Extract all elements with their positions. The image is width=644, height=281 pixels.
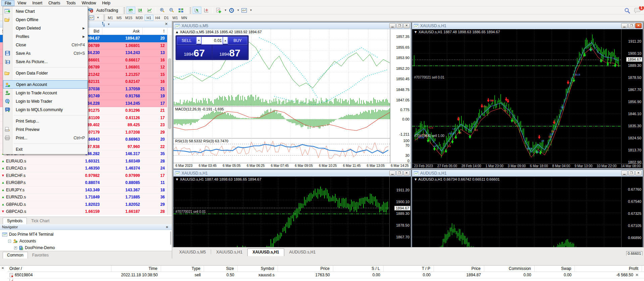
chart-window-xauusd-m5[interactable]: XAUUSD.s,M5 ▁ ❐ ✕ ▲ XAUUSD.s,M5 1894.15 …: [173, 22, 411, 169]
m5-price-scale[interactable]: 1857.351855.651853.901852.201850.451848.…: [390, 29, 411, 163]
zoom-in-icon[interactable]: [158, 7, 166, 14]
template-chart-caret-icon[interactable]: ▼: [250, 9, 252, 12]
restore-icon[interactable]: ❐: [396, 23, 403, 28]
file-menu-item-open-data-folder[interactable]: Open Data Folder: [3, 69, 88, 77]
terminal-col-symbol[interactable]: Symbol: [238, 266, 278, 272]
minimize-icon[interactable]: ▁: [389, 171, 396, 176]
buy-price[interactable]: 189487: [212, 45, 247, 59]
terminal-col-order[interactable]: Order /: [7, 266, 111, 272]
tab-common[interactable]: Common: [3, 252, 28, 259]
chart-window-title-bar[interactable]: XAUUSD.s,H1 ▁ ❐ ✕: [174, 170, 411, 177]
bar-chart-icon[interactable]: [127, 7, 135, 14]
timeframe-mn[interactable]: MN: [180, 15, 189, 21]
chart-tab-0[interactable]: XAUUSD.s,M5: [174, 248, 211, 256]
market-watch-scrollbar[interactable]: [167, 35, 172, 215]
tab-tick-chart[interactable]: Tick Chart: [27, 218, 54, 224]
chart-tab-2[interactable]: XAUUSD.s,H1: [247, 248, 284, 256]
menu-help[interactable]: Help: [99, 0, 113, 6]
menu-insert[interactable]: Insert: [29, 0, 45, 6]
lot-increase-icon[interactable]: ▲: [223, 37, 228, 44]
chart-tab-3[interactable]: AUDUSD.s,H1: [284, 248, 321, 256]
chart-window-title-bar[interactable]: AUDUSD.s,H1 ▁ ❐ ✕: [412, 170, 643, 177]
timeframe-m1[interactable]: M1: [106, 15, 115, 21]
market-watch-row[interactable]: ▲EURCAD.s1.463501.4637424: [0, 165, 167, 172]
chart-canvas-audusd[interactable]: ▼ AUDUSD.s,H1 0.66734 0.66742 0.66511 0.…: [412, 177, 643, 255]
timeframe-w1[interactable]: W1: [171, 15, 180, 21]
timeframe-m15[interactable]: M15: [123, 15, 134, 21]
market-watch-row[interactable]: ▲EURNZD.s1.718491.7188536: [0, 194, 167, 201]
menu-charts[interactable]: Charts: [45, 0, 63, 6]
restore-icon[interactable]: ❐: [396, 171, 403, 176]
search-icon[interactable]: [624, 7, 631, 14]
chart-window-audusd-h1[interactable]: AUDUSD.s,H1 ▁ ❐ ✕ ▼ AUDUSD.s,H1 0.66734 …: [412, 170, 643, 256]
h1-small-price-scale[interactable]: 1894.67 1911.201900.101889.301878.501867…: [389, 177, 411, 255]
tab-symbols[interactable]: Symbols: [3, 218, 27, 225]
terminal-col-type[interactable]: Type: [161, 266, 204, 272]
expander-icon[interactable]: -: [8, 240, 11, 243]
audusd-price-scale[interactable]: 0.66601 0.677600.675400.673250.671050.66…: [621, 177, 643, 255]
chart-window-title-bar[interactable]: XAUUSD.s,H1 ▁ ❐ ✕: [412, 22, 643, 29]
close-icon[interactable]: ✕: [403, 171, 410, 176]
minimize-icon[interactable]: ▁: [621, 23, 628, 28]
mw-col-spread[interactable]: !: [143, 28, 167, 35]
lot-size-input[interactable]: [202, 38, 222, 43]
periods-clock-icon[interactable]: [227, 7, 236, 14]
template-chart-caret-icon[interactable]: ▼: [97, 16, 99, 19]
chart-canvas-m5[interactable]: ▲ XAUUSD.s,M5 1894.15 1895.42 1893.92 18…: [174, 29, 411, 168]
sell-price[interactable]: 189467: [177, 45, 212, 59]
crosshair-icon[interactable]: [202, 7, 211, 14]
h1-time-axis[interactable]: 23 Feb 202327 Feb 05:0028 Feb 14:001 Mar…: [412, 163, 643, 168]
close-icon[interactable]: ✕: [635, 23, 642, 28]
terminal-col-price[interactable]: Price: [434, 266, 484, 272]
chart-canvas-h1-main[interactable]: ▼ XAUUSD.s,H1 1887.48 1898.63 1886.65 18…: [412, 29, 643, 168]
timeframe-h1[interactable]: H1: [145, 15, 153, 21]
tree-item-dooprime-demo[interactable]: +DooPrime-Demo: [0, 244, 172, 251]
m5-time-axis[interactable]: 6 Mar 20236 Mar 03:456 Mar 05:056 Mar 06…: [174, 163, 411, 168]
file-menu-item-new-chart[interactable]: New Chart: [3, 7, 88, 15]
timeframe-d1[interactable]: D1: [162, 15, 171, 21]
order-row-partial[interactable]: [7, 278, 644, 281]
timeframe-h4[interactable]: H4: [153, 15, 162, 21]
chart-tab-1[interactable]: XAUUSD.s,H1: [211, 248, 247, 256]
file-menu-item-login-to-mql5-community[interactable]: 5Login to MQL5.community: [3, 105, 88, 114]
terminal-col-profit[interactable]: Profit: [575, 266, 642, 272]
lot-decrease-icon[interactable]: ▼: [196, 37, 201, 44]
file-menu-item-login-to-trade-account[interactable]: Login to Trade Account: [3, 89, 88, 97]
file-menu-item-save-as-picture[interactable]: Save As Picture...: [3, 57, 88, 66]
buy-button[interactable]: BUY: [228, 37, 247, 45]
file-menu-item-save-as[interactable]: Save AsCtrl+S: [3, 49, 88, 57]
symbols-sort-icon[interactable]: ▼: [101, 21, 110, 27]
close-icon[interactable]: ✕: [403, 23, 410, 28]
chart-window-title-bar[interactable]: XAUUSD.s,M5 ▁ ❐ ✕: [174, 22, 411, 29]
order-row[interactable]: 650198042022.11.18 10:38:50sell0.50xauus…: [7, 272, 644, 278]
market-watch-close-icon[interactable]: ✕: [164, 22, 168, 27]
timeframe-m5[interactable]: M5: [115, 15, 123, 21]
file-menu-item-profiles[interactable]: Profiles▶: [3, 32, 88, 41]
file-menu-item-open-offline[interactable]: Open Offline: [3, 15, 88, 24]
close-icon[interactable]: ✕: [635, 171, 642, 176]
menu-tools[interactable]: Tools: [63, 0, 79, 6]
file-menu-item-exit[interactable]: Exit: [3, 145, 88, 153]
scrollbar-thumb[interactable]: [168, 58, 171, 129]
file-menu-item-open-deleted[interactable]: Open Deleted▶: [3, 24, 88, 32]
minimize-icon[interactable]: ▁: [389, 23, 396, 28]
zoom-out-icon[interactable]: [167, 7, 176, 14]
autotrading-button[interactable]: AutoTrading: [96, 8, 118, 13]
chart-window-xauusd-h1-small[interactable]: XAUUSD.s,H1 ▁ ❐ ✕ ▼ XAUUSD.s,H1 1887.48 …: [173, 170, 411, 256]
navigator-close-icon[interactable]: ✕: [166, 225, 168, 229]
order-close-icon[interactable]: ✕: [635, 273, 639, 277]
terminal-col-swap[interactable]: Swap: [535, 266, 575, 272]
template-chart-icon[interactable]: [240, 7, 249, 14]
periods-clock-caret-icon[interactable]: ▼: [237, 9, 240, 12]
cursor-icon[interactable]: [193, 7, 201, 14]
mw-col-ask[interactable]: Ask: [102, 28, 143, 35]
restore-icon[interactable]: ❐: [628, 171, 635, 176]
terminal-col-time[interactable]: Time: [111, 266, 161, 272]
market-watch-row[interactable]: ▲EURJPY.s143.349143.36718: [0, 187, 167, 194]
minimize-icon[interactable]: ▁: [621, 171, 628, 176]
navigator-scrollbar[interactable]: [170, 231, 171, 245]
sell-button[interactable]: SELL: [177, 37, 196, 45]
timeframe-m30[interactable]: M30: [134, 15, 144, 21]
menu-view[interactable]: View: [14, 0, 29, 6]
candlestick-chart-icon[interactable]: [136, 7, 145, 14]
